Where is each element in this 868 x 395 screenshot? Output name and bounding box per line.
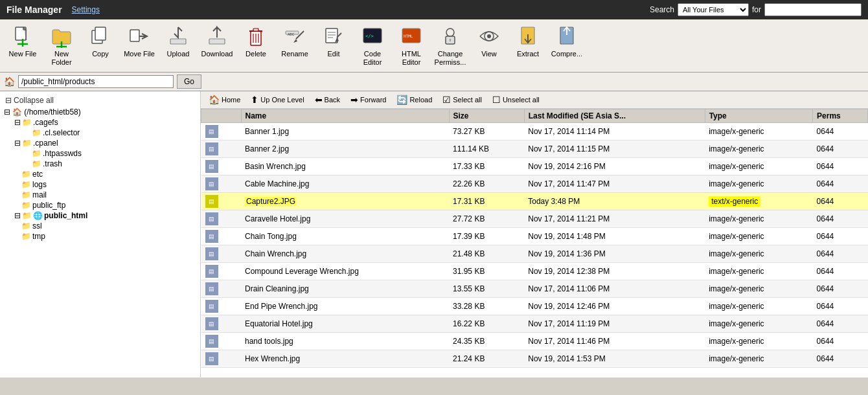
col-header[interactable]: Perms: [813, 109, 868, 123]
sidebar-item-label: (/home/thietb58): [24, 107, 80, 117]
row-checkbox-cell[interactable]: ▤: [201, 193, 242, 210]
edit-button[interactable]: Edit: [315, 22, 352, 67]
sidebar-item-trash[interactable]: ▶📁.trash: [0, 159, 200, 169]
collapse-all-button[interactable]: ⊟ Collapse all: [0, 94, 200, 107]
path-input[interactable]: /public_html/products: [18, 75, 174, 88]
reload-icon: 🔄: [396, 95, 407, 105]
sidebar-item-cagefs[interactable]: ⊟📁.cagefs: [0, 117, 200, 128]
sidebar-item-cl-selector[interactable]: ▶📁.cl.selector: [0, 128, 200, 138]
sidebar-item-etc[interactable]: ▶📁etc: [0, 169, 200, 179]
file-name-cell[interactable]: hand tools.jpg: [241, 333, 449, 350]
sidebar-item-cpanel[interactable]: ⊟📁.cpanel: [0, 138, 200, 148]
row-checkbox-cell[interactable]: ▤: [201, 175, 242, 193]
table-row[interactable]: ▤Chain Tong.jpg17.39 KBNov 19, 2014 1:48…: [201, 228, 868, 245]
forward-nav-button[interactable]: ➡Forward: [347, 93, 390, 106]
file-size-cell: 21.48 KB: [449, 245, 524, 263]
row-checkbox-cell[interactable]: ▤: [201, 315, 242, 333]
row-checkbox-cell[interactable]: ▤: [201, 158, 242, 175]
search-scope-select[interactable]: All Your Files File Names Only File Cont…: [678, 3, 749, 16]
sidebar-item-mail[interactable]: ▶📁mail: [0, 190, 200, 200]
table-row[interactable]: ▤Equatorial Hotel.jpg16.22 KBNov 17, 201…: [201, 315, 868, 333]
file-name-cell[interactable]: Equatorial Hotel.jpg: [241, 315, 449, 333]
row-checkbox-cell[interactable]: ▤: [201, 141, 242, 158]
row-checkbox-cell[interactable]: ▤: [201, 228, 242, 245]
code-editor-button[interactable]: </>Code Editor: [354, 22, 391, 69]
back-nav-button[interactable]: ⬅Back: [311, 93, 344, 106]
file-perms-cell: 0644: [813, 228, 868, 245]
html-editor-button[interactable]: HTMLHTML Editor: [393, 22, 430, 69]
row-checkbox-cell[interactable]: ▤: [201, 280, 242, 298]
table-row[interactable]: ▤Cable Machine.jpg22.26 KBNov 17, 2014 1…: [201, 175, 868, 193]
table-row[interactable]: ▤Caravelle Hotel.jpg27.72 KBNov 17, 2014…: [201, 210, 868, 228]
rename-button[interactable]: ABCRename: [276, 22, 314, 67]
table-row[interactable]: ▤End Pipe Wrench.jpg33.28 KBNov 19, 2014…: [201, 298, 868, 315]
select-all-nav-button[interactable]: ☑Select all: [439, 93, 486, 106]
table-row[interactable]: ▤Banner 1.jpg73.27 KBNov 17, 2014 11:14 …: [201, 123, 868, 141]
sidebar-item-ssl[interactable]: ▶📁ssl: [0, 221, 200, 231]
col-header[interactable]: Type: [705, 109, 812, 123]
new-folder-icon: [50, 25, 73, 48]
table-row[interactable]: ▤Chain Wrench.jpg21.48 KBNov 19, 2014 1:…: [201, 245, 868, 263]
row-checkbox-cell[interactable]: ▤: [201, 210, 242, 228]
extract-button[interactable]: Extract: [509, 22, 547, 67]
col-header[interactable]: Size: [449, 109, 524, 123]
file-name-cell[interactable]: Banner 1.jpg: [241, 123, 449, 141]
move-file-button[interactable]: Move File: [120, 22, 158, 67]
settings-link[interactable]: Settings: [72, 5, 100, 14]
go-button[interactable]: Go: [177, 74, 201, 89]
file-name-cell[interactable]: Compound Leverage Wrench.jpg: [241, 263, 449, 280]
file-name-cell[interactable]: Capture2.JPG: [241, 193, 449, 210]
col-header[interactable]: Last Modified (SE Asia S...: [524, 109, 705, 123]
compress-button[interactable]: Compre...: [548, 22, 586, 67]
delete-button[interactable]: Delete: [237, 22, 275, 67]
sidebar-item-logs[interactable]: ▶📁logs: [0, 179, 200, 190]
row-checkbox-cell[interactable]: ▤: [201, 245, 242, 263]
sidebar-item-public_html[interactable]: ⊟📁🌐public_html: [0, 210, 200, 221]
file-name-cell[interactable]: Basin Wrench.jpg: [241, 158, 449, 175]
row-checkbox-cell[interactable]: ▤: [201, 123, 242, 141]
view-button[interactable]: View: [470, 22, 508, 67]
new-folder-button[interactable]: New Folder: [43, 22, 80, 69]
sidebar-item-label: .cagefs: [33, 118, 58, 127]
change-permiss-button[interactable]: Change Permiss...: [431, 22, 469, 69]
col-header[interactable]: Name: [241, 109, 449, 123]
sidebar-item-htpasswds[interactable]: ▶📁.htpasswds: [0, 148, 200, 159]
table-row[interactable]: ▤Capture2.JPG17.31 KBToday 3:48 PMtext/x…: [201, 193, 868, 210]
row-checkbox-cell[interactable]: ▤: [201, 298, 242, 315]
file-name-cell[interactable]: Drain Cleaning.jpg: [241, 280, 449, 298]
up-one-level-nav-button[interactable]: ⬆Up One Level: [247, 93, 308, 106]
table-row[interactable]: ▤Compound Leverage Wrench.jpg31.95 KBNov…: [201, 263, 868, 280]
download-button[interactable]: Download: [198, 22, 236, 67]
col-header[interactable]: [201, 109, 242, 123]
expand-icon: ⊟: [14, 211, 21, 220]
unselect-all-nav-button[interactable]: ☐Unselect all: [488, 93, 543, 106]
file-table[interactable]: NameSizeLast Modified (SE Asia S...TypeP…: [201, 109, 868, 378]
file-name-cell[interactable]: Chain Wrench.jpg: [241, 245, 449, 263]
row-checkbox-cell[interactable]: ▤: [201, 333, 242, 350]
file-name-cell[interactable]: Hex Wrench.jpg: [241, 350, 449, 368]
table-row[interactable]: ▤hand tools.jpg24.35 KBNov 17, 2014 11:4…: [201, 333, 868, 350]
file-name-cell[interactable]: Banner 2.jpg: [241, 141, 449, 158]
search-input[interactable]: [764, 3, 862, 16]
home-nav-button[interactable]: 🏠Home: [205, 93, 244, 106]
table-row[interactable]: ▤Banner 2.jpg111.14 KBNov 17, 2014 11:15…: [201, 141, 868, 158]
row-checkbox-cell[interactable]: ▤: [201, 350, 242, 368]
table-row[interactable]: ▤Basin Wrench.jpg17.33 KBNov 19, 2014 2:…: [201, 158, 868, 175]
file-name-cell[interactable]: End Pipe Wrench.jpg: [241, 298, 449, 315]
forward-icon: ➡: [350, 95, 358, 105]
sidebar-item-tmp[interactable]: ▶📁tmp: [0, 231, 200, 242]
copy-button[interactable]: Copy: [82, 22, 119, 67]
table-row[interactable]: ▤Drain Cleaning.jpg13.55 KBNov 17, 2014 …: [201, 280, 868, 298]
sidebar-item-home-node[interactable]: ⊟ 🏠(/home/thietb58): [0, 107, 200, 117]
table-row[interactable]: ▤Hex Wrench.jpg21.24 KBNov 19, 2014 1:53…: [201, 350, 868, 368]
extract-icon: [516, 25, 540, 48]
upload-button[interactable]: Upload: [159, 22, 197, 67]
file-name-cell[interactable]: Caravelle Hotel.jpg: [241, 210, 449, 228]
file-thumb-icon: ▤: [205, 335, 218, 348]
sidebar-item-public_ftp[interactable]: ▶📁public_ftp: [0, 200, 200, 210]
row-checkbox-cell[interactable]: ▤: [201, 263, 242, 280]
file-name-cell[interactable]: Chain Tong.jpg: [241, 228, 449, 245]
new-file-button[interactable]: New File: [4, 22, 41, 67]
file-name-cell[interactable]: Cable Machine.jpg: [241, 175, 449, 193]
reload-nav-button[interactable]: 🔄Reload: [393, 93, 436, 106]
